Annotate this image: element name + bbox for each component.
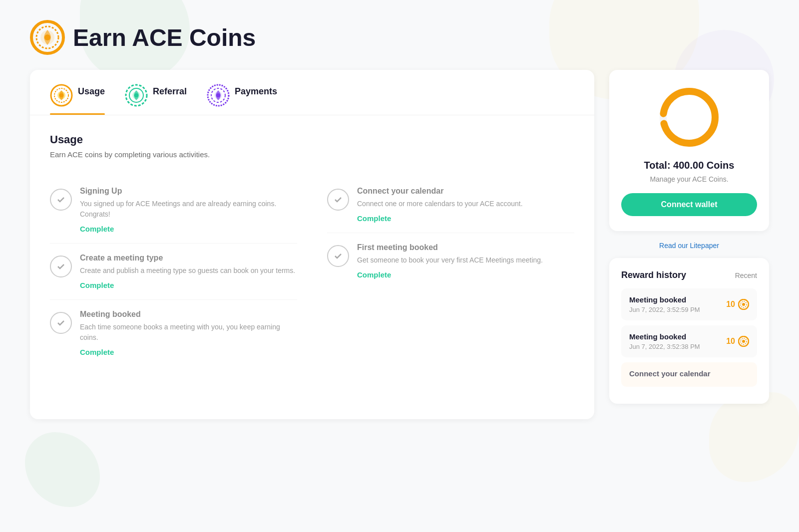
svg-point-17 xyxy=(663,91,715,143)
usage-tab-label: Usage xyxy=(78,86,105,105)
svg-point-3 xyxy=(44,34,50,40)
coins-total: Total: 400.00 Coins xyxy=(621,160,757,171)
activity-desc-connect-calendar: Connect one or more calendars to your AC… xyxy=(357,199,574,209)
activity-desc-create-meeting: Create and publish a meeting type so gue… xyxy=(80,266,297,276)
svg-point-23 xyxy=(742,340,745,343)
tab-usage[interactable]: Usage xyxy=(50,70,125,115)
bg-decoration-5 xyxy=(25,432,100,507)
activity-status-first-meeting: Complete xyxy=(357,270,574,279)
reward-item-3-label: Connect your calendar xyxy=(629,369,711,378)
activity-create-meeting: Create a meeting type Create and publish… xyxy=(50,244,297,300)
section-title: Usage xyxy=(50,133,574,146)
reward-item-1-time: Jun 7, 2022, 3:52:59 PM xyxy=(629,306,700,313)
page-title: Earn ACE Coins xyxy=(73,24,256,51)
activity-connect-calendar: Connect your calendar Connect one or mor… xyxy=(327,177,574,233)
activity-first-meeting: First meeting booked Get someone to book… xyxy=(327,233,574,289)
reward-coin-icon-1 xyxy=(738,299,749,310)
activity-title-create-meeting: Create a meeting type xyxy=(80,254,297,263)
reward-item-2-label: Meeting booked xyxy=(629,332,700,341)
activity-title-signing-up: Signing Up xyxy=(80,187,297,196)
reward-coin-icon-2 xyxy=(738,336,749,347)
svg-point-20 xyxy=(742,303,745,306)
referral-tab-icon xyxy=(125,84,148,107)
activity-desc-first-meeting: Get someone to book your very first ACE … xyxy=(357,255,574,266)
reward-item-1: Meeting booked Jun 7, 2022, 3:52:59 PM 1… xyxy=(621,288,757,320)
donut-chart xyxy=(657,85,722,150)
coins-card: Total: 400.00 Coins Manage your ACE Coin… xyxy=(609,70,769,231)
reward-history-filter: Recent xyxy=(735,271,757,279)
check-icon-create-meeting xyxy=(50,256,72,277)
tab-referral[interactable]: Referral xyxy=(125,70,207,115)
main-layout: Usage Referral xyxy=(30,70,769,419)
connect-wallet-button[interactable]: Connect wallet xyxy=(621,193,757,216)
payments-tab-icon xyxy=(207,84,230,107)
reward-history-card: Reward history Recent Meeting booked Jun… xyxy=(609,258,769,404)
usage-tab-icon xyxy=(50,84,73,107)
check-icon-signing-up xyxy=(50,189,72,211)
section-description: Earn ACE coins by completing various act… xyxy=(50,150,574,159)
litepaper-link-container: Read our Litepaper xyxy=(609,241,769,250)
activity-desc-signing-up: You signed up for ACE Meetings and are a… xyxy=(80,199,297,220)
check-icon-meeting-booked xyxy=(50,312,72,334)
activities-right-column: Connect your calendar Connect one or mor… xyxy=(327,177,574,366)
activity-signing-up: Signing Up You signed up for ACE Meeting… xyxy=(50,177,297,244)
ace-coin-logo xyxy=(30,20,65,55)
activities-grid: Signing Up You signed up for ACE Meeting… xyxy=(50,177,574,366)
referral-tab-label: Referral xyxy=(153,86,187,105)
right-panel: Total: 400.00 Coins Manage your ACE Coin… xyxy=(609,70,769,404)
donut-chart-container xyxy=(621,85,757,150)
litepaper-link[interactable]: Read our Litepaper xyxy=(659,242,719,250)
reward-item-2: Meeting booked Jun 7, 2022, 3:52:38 PM 1… xyxy=(621,325,757,357)
reward-history-header: Reward history Recent xyxy=(621,270,757,280)
reward-item-2-amount: 10 xyxy=(726,336,749,347)
content-area: Usage Earn ACE coins by completing vario… xyxy=(30,115,594,384)
reward-item-2-time: Jun 7, 2022, 3:52:38 PM xyxy=(629,343,700,350)
reward-item-1-label: Meeting booked xyxy=(629,295,700,304)
tab-payments[interactable]: Payments xyxy=(207,70,297,115)
reward-history-title: Reward history xyxy=(621,270,686,280)
activities-left-column: Signing Up You signed up for ACE Meeting… xyxy=(50,177,297,366)
page-header: Earn ACE Coins xyxy=(30,20,769,55)
coins-manage: Manage your ACE Coins. xyxy=(621,175,757,183)
reward-item-1-amount: 10 xyxy=(726,299,749,310)
activity-title-first-meeting: First meeting booked xyxy=(357,243,574,252)
svg-point-7 xyxy=(59,93,63,97)
check-icon-connect-calendar xyxy=(327,189,349,211)
payments-tab-label: Payments xyxy=(235,86,277,105)
activity-status-meeting-booked: Complete xyxy=(80,348,297,356)
svg-point-15 xyxy=(216,93,220,97)
reward-item-1-value: 10 xyxy=(726,300,735,309)
tabs-container: Usage Referral xyxy=(30,70,594,115)
activity-meeting-booked: Meeting booked Each time someone books a… xyxy=(50,300,297,366)
activity-status-create-meeting: Complete xyxy=(80,281,297,289)
activity-title-meeting-booked: Meeting booked xyxy=(80,310,297,319)
activity-title-connect-calendar: Connect your calendar xyxy=(357,187,574,196)
activity-status-connect-calendar: Complete xyxy=(357,214,574,223)
activity-desc-meeting-booked: Each time someone books a meeting with y… xyxy=(80,322,297,343)
check-icon-first-meeting xyxy=(327,245,349,267)
activity-status-signing-up: Complete xyxy=(80,225,297,233)
svg-point-11 xyxy=(134,93,138,97)
main-card: Usage Referral xyxy=(30,70,594,419)
reward-item-2-value: 10 xyxy=(726,337,735,346)
reward-item-3: Connect your calendar xyxy=(621,362,757,387)
